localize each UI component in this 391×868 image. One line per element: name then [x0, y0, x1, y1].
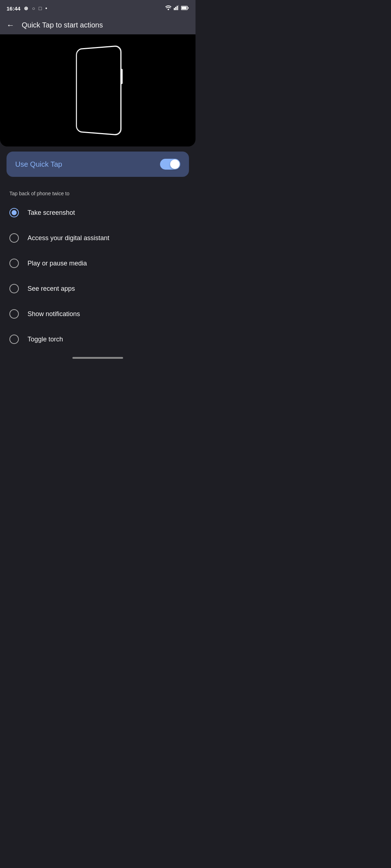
wifi-icon [165, 5, 172, 12]
radio-show-notifications [9, 309, 19, 319]
radio-inner-take-screenshot [12, 210, 17, 215]
section-description: Tap back of phone twice to [0, 186, 196, 200]
option-label-play-pause-media: Play or pause media [28, 260, 87, 267]
status-right [165, 5, 189, 12]
phone-animation-area [0, 34, 196, 146]
home-bar [72, 357, 123, 359]
option-play-pause-media[interactable]: Play or pause media [0, 251, 196, 276]
instagram-icon: □ [39, 5, 42, 11]
radio-take-screenshot [9, 208, 19, 217]
option-take-screenshot[interactable]: Take screenshot [0, 200, 196, 225]
radio-toggle-torch [9, 335, 19, 344]
back-button[interactable]: ← [7, 21, 14, 29]
battery-icon [181, 5, 189, 12]
option-toggle-torch[interactable]: Toggle torch [0, 327, 196, 352]
option-digital-assistant[interactable]: Access your digital assistant [0, 225, 196, 251]
quick-tap-toggle[interactable] [160, 159, 180, 170]
radio-play-pause-media [9, 259, 19, 268]
option-label-show-notifications: Show notifications [28, 310, 80, 318]
whatsapp-icon: ⊛ [24, 5, 28, 11]
status-left: 16:44 ⊛ ○ □ • [7, 5, 47, 12]
toggle-knob [170, 159, 180, 169]
quick-tap-toggle-row[interactable]: Use Quick Tap [7, 152, 189, 177]
option-label-take-screenshot: Take screenshot [28, 209, 75, 217]
status-bar: 16:44 ⊛ ○ □ • [0, 0, 196, 16]
option-label-recent-apps: See recent apps [28, 285, 75, 293]
options-section: Tap back of phone twice to Take screensh… [0, 182, 196, 352]
option-label-digital-assistant: Access your digital assistant [28, 234, 109, 242]
radio-digital-assistant [9, 233, 19, 243]
toolbar: ← Quick Tap to start actions [0, 16, 196, 34]
option-label-toggle-torch: Toggle torch [28, 336, 63, 343]
phone-outline-graphic [76, 45, 122, 136]
phone-side-button-graphic [121, 69, 122, 84]
svg-rect-1 [174, 8, 175, 10]
svg-rect-6 [182, 7, 187, 9]
home-indicator [0, 352, 196, 362]
signal-icon [174, 5, 179, 12]
notification-dot: • [45, 5, 47, 11]
option-recent-apps[interactable]: See recent apps [0, 276, 196, 301]
svg-rect-7 [188, 7, 189, 9]
svg-point-0 [168, 9, 169, 10]
option-show-notifications[interactable]: Show notifications [0, 301, 196, 327]
svg-rect-4 [178, 5, 179, 10]
messenger-icon: ○ [32, 5, 35, 11]
svg-rect-2 [175, 7, 176, 10]
radio-recent-apps [9, 284, 19, 293]
status-time: 16:44 [7, 5, 20, 12]
svg-rect-3 [177, 6, 178, 10]
quick-tap-label: Use Quick Tap [15, 160, 62, 169]
page-title: Quick Tap to start actions [22, 21, 103, 29]
